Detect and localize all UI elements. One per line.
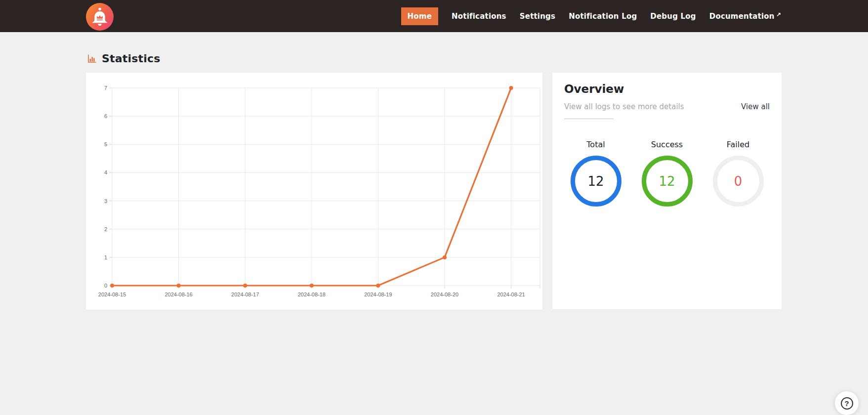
svg-text:2024-08-15: 2024-08-15 <box>98 291 126 297</box>
notification-bell-crown-icon <box>86 3 114 31</box>
svg-text:3: 3 <box>104 198 107 204</box>
line-chart-canvas[interactable]: 012345672024-08-152024-08-162024-08-1720… <box>86 73 542 310</box>
nav-item-notification-log[interactable]: Notification Log <box>569 12 637 21</box>
overview-card: Overview View all logs to see more detai… <box>552 73 782 309</box>
main-nav: Home Notifications Settings Notification… <box>401 7 781 25</box>
overview-title: Overview <box>564 83 770 95</box>
help-button[interactable]: ? <box>835 391 859 415</box>
nav-item-home[interactable]: Home <box>401 7 438 25</box>
svg-text:2024-08-20: 2024-08-20 <box>431 291 458 297</box>
nav-item-notifications[interactable]: Notifications <box>452 12 506 21</box>
stat-success-label: Success <box>631 140 703 149</box>
stat-total-ring: 12 <box>571 156 621 207</box>
question-mark-icon: ? <box>841 397 853 410</box>
svg-text:2024-08-18: 2024-08-18 <box>298 291 326 297</box>
stat-total-value: 12 <box>587 174 604 189</box>
nav-item-documentation[interactable]: Documentation↗ <box>709 12 781 21</box>
external-link-icon: ↗ <box>776 11 781 18</box>
overview-stats-row: Total 12 Success 12 Failed 0 <box>560 140 774 207</box>
top-nav-bar: Home Notifications Settings Notification… <box>0 0 868 32</box>
main-content: Statistics 012345672024-08-152024-08-162… <box>0 32 868 415</box>
statistics-chart-card: 012345672024-08-152024-08-162024-08-1720… <box>86 73 542 310</box>
svg-text:6: 6 <box>104 113 107 119</box>
stat-failed-value: 0 <box>734 174 743 189</box>
stat-total: Total 12 <box>560 140 631 207</box>
stat-success: Success 12 <box>631 140 703 207</box>
app-logo[interactable] <box>86 3 114 31</box>
statistics-section-header: Statistics <box>87 52 161 65</box>
svg-text:1: 1 <box>104 254 107 260</box>
stat-failed: Failed 0 <box>703 140 774 207</box>
overview-subtitle: View all logs to see more details <box>564 102 684 111</box>
svg-text:7: 7 <box>104 85 107 91</box>
nav-item-settings[interactable]: Settings <box>520 12 555 21</box>
svg-text:0: 0 <box>104 283 107 289</box>
svg-text:2024-08-19: 2024-08-19 <box>364 291 392 297</box>
stat-total-label: Total <box>560 140 631 149</box>
svg-text:2024-08-16: 2024-08-16 <box>165 291 192 297</box>
nav-item-documentation-label: Documentation <box>709 12 775 21</box>
stat-failed-label: Failed <box>703 140 774 149</box>
stat-success-value: 12 <box>659 174 675 189</box>
page-title: Statistics <box>102 52 161 65</box>
view-all-link[interactable]: View all <box>741 102 770 111</box>
stat-failed-ring: 0 <box>713 156 764 207</box>
bar-chart-icon <box>87 54 97 64</box>
nav-item-debug-log[interactable]: Debug Log <box>650 12 696 21</box>
svg-text:2: 2 <box>104 226 107 232</box>
stat-success-ring: 12 <box>642 156 693 207</box>
svg-text:4: 4 <box>104 169 107 175</box>
svg-text:2024-08-21: 2024-08-21 <box>497 291 525 297</box>
svg-text:5: 5 <box>104 141 107 147</box>
subtitle-underline <box>564 119 614 119</box>
svg-text:2024-08-17: 2024-08-17 <box>231 291 259 297</box>
